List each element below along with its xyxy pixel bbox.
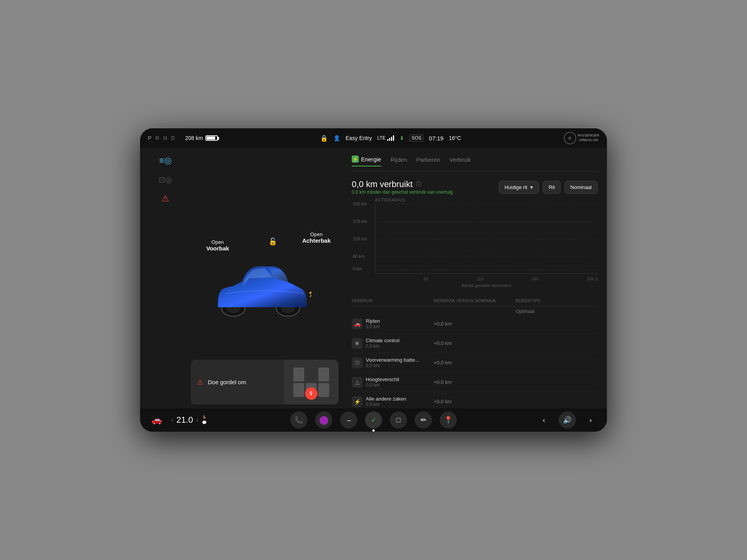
trip-dropdown-label: Huidige rit bbox=[505, 184, 528, 190]
lte-label: LTE bbox=[377, 135, 386, 141]
nav-left-button[interactable]: ‹ bbox=[535, 411, 552, 429]
tab-parkeren-label: Parkeren bbox=[416, 156, 440, 163]
phone-button[interactable]: 📞 bbox=[290, 411, 307, 429]
easy-entry-label[interactable]: Easy Entry bbox=[345, 135, 372, 141]
rit-button[interactable]: Rit bbox=[543, 181, 561, 194]
tab-verbruik-label: Verbruik bbox=[449, 156, 471, 163]
trip-dropdown[interactable]: Huidige rit ▾ bbox=[499, 181, 539, 194]
seatbelt-alert-icon: ⚠ bbox=[197, 378, 203, 387]
x-label-110: 110 bbox=[477, 276, 484, 281]
headlights-icon[interactable]: ≡◎ bbox=[159, 156, 172, 166]
alert-icon[interactable]: ⚠ bbox=[161, 194, 169, 204]
lock-icon: 🔒 bbox=[320, 135, 328, 142]
hoogte-diff: +0,0 km bbox=[434, 379, 516, 385]
frunk-open-icon: 🔓 bbox=[268, 237, 277, 246]
grid-line-115 bbox=[375, 239, 598, 239]
seat-fl bbox=[293, 368, 304, 382]
tab-verbruik[interactable]: Verbruik bbox=[449, 156, 471, 166]
volume-button[interactable]: 🔊 bbox=[559, 411, 576, 429]
x-axis-label: Aantal gereden kilometers bbox=[375, 283, 598, 288]
consumption-row-voorverwarming: ⬛ Voorverwarming batte... 0,0 km +0,0 km bbox=[352, 353, 598, 373]
battery-km: 208 km bbox=[185, 135, 203, 141]
tab-energie[interactable]: ⚡ Energie bbox=[352, 156, 381, 166]
seat-gap bbox=[306, 368, 317, 382]
status-bar: P R N D 208 km 🔒 👤 Easy Entry LTE bbox=[140, 128, 607, 148]
tab-parkeren[interactable]: Parkeren bbox=[416, 156, 440, 166]
open-achterbak-label[interactable]: OpenAchterbak bbox=[302, 231, 331, 244]
check-button[interactable]: ✓ bbox=[365, 411, 382, 429]
y-label-115: 115 km bbox=[353, 236, 367, 241]
temperature-display: 16°C bbox=[449, 135, 461, 141]
nav-right-button[interactable]: › bbox=[582, 411, 599, 429]
x-label-206: 206,3 bbox=[587, 276, 598, 281]
grid-line-170 bbox=[375, 221, 598, 222]
square-button[interactable]: □ bbox=[390, 411, 407, 429]
energy-title: 0,0 km verbruikt bbox=[352, 179, 413, 189]
tab-rijden-label: Rijden bbox=[391, 156, 407, 163]
gear-n[interactable]: N bbox=[163, 135, 168, 141]
tab-rijden[interactable]: Rijden bbox=[391, 156, 407, 166]
trip-selector-row: 0,0 km verbruikt ⓘ 0,0 km minder dan ges… bbox=[352, 179, 598, 195]
energy-chart-container: ACTIERADIUS 225 km 170 km 115 km 60 km 5… bbox=[375, 198, 598, 288]
consumption-row-andere: ⚡ Alle andere zaken 0,0 km +0,0 km bbox=[352, 392, 598, 408]
voorverwarming-icon: ⬛ bbox=[352, 357, 363, 368]
x-label-165: 165 bbox=[531, 276, 538, 281]
climate-diff: +0,0 km bbox=[434, 340, 516, 346]
temp-right-chevron[interactable]: › bbox=[196, 416, 198, 424]
car-status-button[interactable]: 🚗 bbox=[148, 411, 165, 429]
hoogte-details: Hoogteverschil 0,0 km bbox=[366, 376, 399, 388]
time-display: 07:19 bbox=[429, 135, 444, 142]
tesla-car-svg: ⚡ bbox=[210, 247, 311, 317]
trip-controls: Huidige rit ▾ Rit Nominaal bbox=[499, 181, 598, 194]
battery-info: 208 km bbox=[185, 135, 218, 141]
col-header-verbruik: VERBRUIK bbox=[352, 299, 434, 303]
pencil-button[interactable]: ✏ bbox=[415, 411, 432, 429]
pin-button[interactable]: 📍 bbox=[440, 411, 457, 429]
con-item-hoogte: △ Hoogteverschil 0,0 km bbox=[352, 376, 434, 388]
energy-info-icon[interactable]: ⓘ bbox=[416, 181, 421, 188]
taskbar-center: 📞 ⬤ ··· ✓ □ ✏ 📍 bbox=[226, 411, 521, 429]
lte-signal: LTE bbox=[377, 135, 394, 141]
gear-d[interactable]: D bbox=[171, 135, 176, 141]
col-header-versus: VERBRUIK VERSUS NOMINAAL bbox=[434, 299, 516, 303]
consumption-table: VERBRUIK VERBRUIK VERSUS NOMINAAL BEREIK… bbox=[352, 299, 598, 408]
sos-label[interactable]: SOS bbox=[410, 135, 423, 142]
media-button[interactable]: ⬤ bbox=[315, 411, 332, 429]
energy-subtitle: 0,0 km minder dan geschat verbruik van v… bbox=[352, 189, 452, 195]
climate-icon: ❄ bbox=[352, 338, 363, 349]
temp-left-chevron[interactable]: ‹ bbox=[171, 416, 173, 424]
airbag-badge: ◎ PASSENGERAIRBAG ON bbox=[564, 132, 599, 144]
seat-heat-icons: 🪑 💬 bbox=[202, 415, 207, 425]
rijden-details: Rijden 0,0 km bbox=[366, 318, 380, 329]
chart-y-axis-label: ACTIERADIUS bbox=[375, 198, 598, 202]
seatbelt-active-indicator: 🎙 bbox=[305, 387, 317, 400]
tab-bar: ⚡ Energie Rijden Parkeren Verbruik bbox=[352, 156, 598, 172]
gear-p[interactable]: P bbox=[148, 135, 152, 141]
andere-details: Alle andere zaken 0,0 km bbox=[366, 396, 406, 407]
car-container: OpenVoorbak 🔓 OpenAchterbak bbox=[198, 216, 335, 340]
y-label-225: 225 km bbox=[353, 201, 367, 206]
status-center: 🔒 👤 Easy Entry LTE ⬇ SOS 07:19 16°C bbox=[224, 135, 558, 142]
active-tab-indicator bbox=[372, 429, 375, 432]
seat-diagram: 🎙 bbox=[284, 360, 338, 404]
nominaal-button[interactable]: Nominaal bbox=[565, 181, 598, 194]
voorverwarming-details: Voorverwarming batte... 0,0 km bbox=[366, 357, 419, 368]
y-label-170: 170 km bbox=[353, 219, 367, 224]
grid-line-5 bbox=[375, 270, 598, 270]
airbag-icon: ◎ bbox=[564, 132, 576, 144]
seatbelt-alert: ⚠ Doe gordel om 🎙 bbox=[191, 360, 338, 404]
car-image: ⚡ bbox=[210, 247, 311, 318]
gear-r[interactable]: R bbox=[155, 135, 160, 141]
con-item-andere: ⚡ Alle andere zaken 0,0 km bbox=[352, 396, 434, 407]
download-icon: ⬇ bbox=[400, 135, 404, 141]
wipers-icon[interactable]: ⊡◎ bbox=[159, 175, 172, 184]
taskbar: 🚗 ‹ 21.0 › 🪑 💬 📞 ⬤ ··· ✓ □ ✏ bbox=[140, 408, 607, 432]
person-icon: 👤 bbox=[333, 135, 340, 141]
x-label-55: 55 bbox=[424, 276, 428, 281]
seat-rr bbox=[318, 383, 329, 397]
con-item-climate: ❄ Climate control 0,0 km bbox=[352, 338, 434, 349]
energy-chart: 225 km 170 km 115 km 60 km 5 km 55 110 1… bbox=[375, 204, 598, 274]
taskbar-left: 🚗 ‹ 21.0 › 🪑 💬 bbox=[148, 411, 226, 429]
optimaal-label: Optimaal bbox=[516, 306, 598, 314]
dots-button[interactable]: ··· bbox=[340, 411, 357, 429]
